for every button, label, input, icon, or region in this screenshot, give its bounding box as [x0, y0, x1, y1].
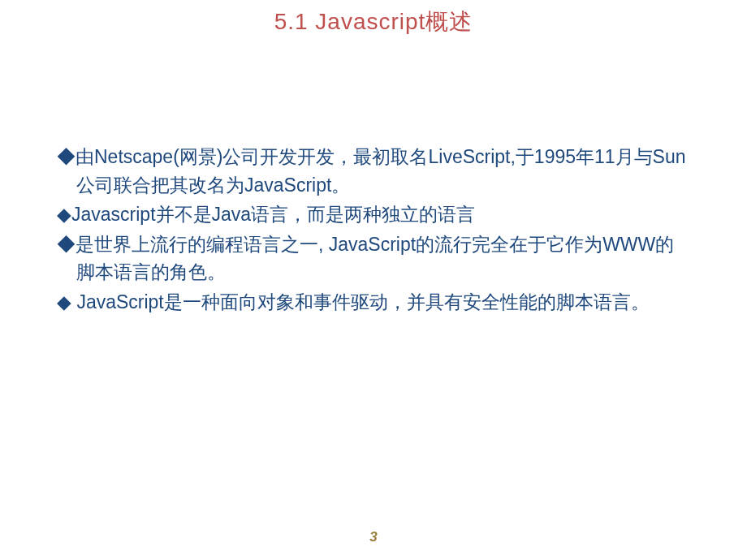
bullet-text: 由Netscape(网景)公司开发开发，最初取名LiveScript,于1995… [76, 146, 686, 196]
bullet-marker-icon: ◆ [57, 146, 76, 167]
bullet-text: Javascript并不是Java语言，而是两种独立的语言 [71, 204, 475, 225]
bullet-item: ◆由Netscape(网景)公司开发开发，最初取名LiveScript,于199… [57, 143, 690, 199]
slide-container: 5.1 Javascript概述 ◆由Netscape(网景)公司开发开发，最初… [0, 0, 747, 560]
bullet-item: ◆Javascript并不是Java语言，而是两种独立的语言 [57, 200, 690, 229]
bullet-item: ◆是世界上流行的编程语言之一, JavaScript的流行完全在于它作为WWW的… [57, 230, 690, 286]
bullet-marker-icon: ◆ [57, 291, 71, 312]
slide-content: ◆由Netscape(网景)公司开发开发，最初取名LiveScript,于199… [0, 37, 747, 316]
slide-title: 5.1 Javascript概述 [0, 0, 747, 37]
bullet-text: 是世界上流行的编程语言之一, JavaScript的流行完全在于它作为WWW的脚… [76, 234, 674, 283]
bullet-item: ◆ JavaScript是一种面向对象和事件驱动，并具有安全性能的脚本语言。 [57, 288, 690, 317]
bullet-text: JavaScript是一种面向对象和事件驱动，并具有安全性能的脚本语言。 [71, 291, 650, 312]
page-number: 3 [369, 529, 377, 545]
bullet-marker-icon: ◆ [57, 204, 71, 225]
bullet-marker-icon: ◆ [57, 234, 76, 255]
